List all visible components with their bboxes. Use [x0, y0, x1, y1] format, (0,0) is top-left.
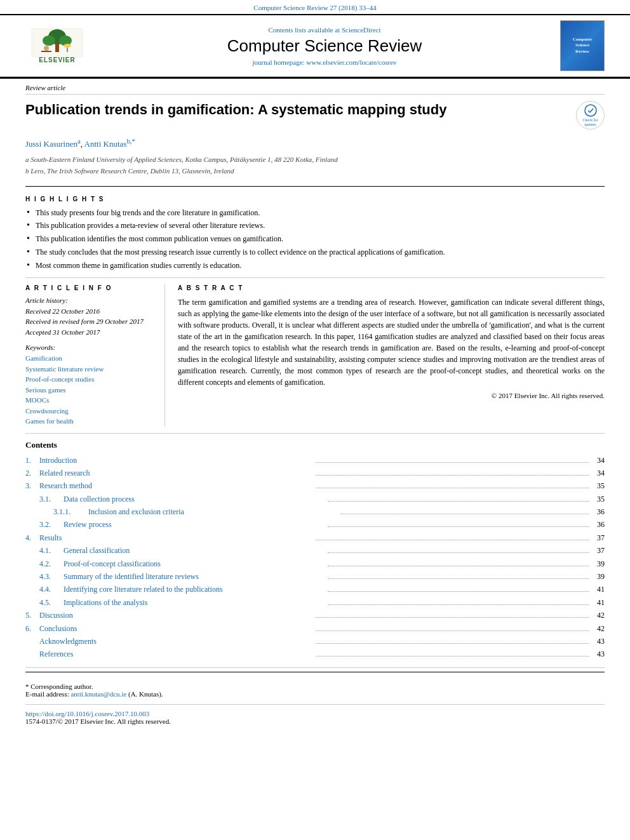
- toc-dots: [328, 578, 589, 579]
- highlights-label: H I G H L I G H T S: [25, 196, 605, 203]
- toc-label[interactable]: References: [39, 648, 313, 660]
- divider-2: [25, 672, 605, 672]
- toc-page: 39: [592, 570, 605, 583]
- toc-label[interactable]: Introduction: [39, 454, 313, 467]
- toc-dots: [316, 488, 589, 488]
- toc-label[interactable]: General classification: [64, 544, 325, 557]
- toc-dots: [340, 514, 590, 514]
- email-address[interactable]: antti.knutas@dcu.ie: [70, 690, 126, 698]
- toc-label[interactable]: Implications of the analysis: [64, 596, 325, 609]
- toc-page: 37: [592, 544, 605, 557]
- toc-label[interactable]: Results: [39, 531, 313, 544]
- svg-point-8: [64, 44, 71, 48]
- citation-text: Computer Science Review 27 (2018) 33–44: [253, 4, 376, 11]
- toc-page: 41: [592, 583, 605, 596]
- toc-dots: [328, 566, 589, 566]
- sciencedirect-link-text[interactable]: ScienceDirect: [342, 26, 381, 34]
- toc-label[interactable]: Conclusions: [39, 622, 313, 635]
- toc-num: 4.: [25, 531, 39, 544]
- toc-num: 1.: [25, 454, 39, 467]
- highlight-item: This publication provides a meta-review …: [25, 219, 605, 232]
- journal-header: ELSEVIER Contents lists available at Sci…: [0, 14, 630, 77]
- divider-1: [25, 186, 605, 187]
- journal-cover-image: Computer Science Review: [560, 20, 605, 71]
- toc-label[interactable]: Identifying core literature related to t…: [64, 583, 325, 596]
- svg-rect-4: [55, 43, 59, 52]
- toc-item-4: 4. Results 37: [25, 531, 605, 544]
- keywords-title: Keywords:: [25, 343, 155, 351]
- toc-page: 36: [592, 518, 605, 531]
- toc-num: 3.1.: [39, 493, 64, 505]
- toc-item-4-3: 4.3. Summary of the identified literatur…: [25, 570, 605, 583]
- keyword-4: Serious games: [25, 385, 155, 396]
- toc-item-6: 6. Conclusions 42: [25, 622, 605, 635]
- toc-label[interactable]: Review process: [64, 518, 325, 531]
- highlight-item: This study presents four big trends and …: [25, 206, 605, 220]
- toc-num: 3.: [25, 479, 39, 492]
- toc-item-4-4: 4.4. Identifying core literature related…: [25, 583, 605, 596]
- toc-num: 3.2.: [39, 518, 64, 531]
- sciencedirect-line: Contents lists available at ScienceDirec…: [89, 26, 560, 34]
- svg-point-5: [44, 46, 49, 51]
- highlight-item: The study concludes that the most pressi…: [25, 246, 605, 259]
- toc-page: 34: [592, 467, 605, 479]
- article-history: Article history: Received 22 October 201…: [25, 297, 155, 338]
- toc-item-ack: Acknowledgments 43: [25, 635, 605, 648]
- email-label: E-mail address:: [25, 690, 69, 698]
- toc-label[interactable]: Research method: [39, 479, 313, 492]
- toc-num: 2.: [25, 467, 39, 479]
- toc-label[interactable]: Related research: [39, 467, 313, 479]
- toc-item-3-2: 3.2. Review process 36: [25, 518, 605, 531]
- article-info-abstract-section: A R T I C L E I N F O Article history: R…: [25, 278, 605, 434]
- journal-homepage-line: journal homepage: www.elsevier.com/locat…: [89, 58, 560, 66]
- history-title: Article history:: [25, 297, 155, 304]
- toc-dots: [316, 475, 589, 476]
- contents-section: Contents 1. Introduction 34 2. Related r…: [25, 434, 605, 668]
- page-container: Computer Science Review 27 (2018) 33–44 …: [0, 0, 630, 730]
- toc-item-ref: References 43: [25, 648, 605, 660]
- doi-section: https://doi.org/10.1016/j.cosrev.2017.10…: [25, 705, 605, 730]
- toc-num: 4.3.: [39, 570, 64, 583]
- svg-text:ELSEVIER: ELSEVIER: [39, 57, 75, 63]
- article-title: Publication trends in gamification: A sy…: [25, 101, 570, 119]
- toc-label[interactable]: Discussion: [39, 609, 313, 622]
- toc-dots: [328, 552, 589, 553]
- toc-label[interactable]: Proof-of-concept classifications: [64, 557, 325, 570]
- abstract-text: The term gamification and gamified syste…: [178, 297, 605, 388]
- homepage-url[interactable]: www.elsevier.com/locate/cosrev: [306, 58, 396, 66]
- toc-item-5: 5. Discussion 42: [25, 609, 605, 622]
- toc-num: 3.1.1.: [53, 505, 88, 518]
- toc-num: 6.: [25, 622, 39, 635]
- toc-label[interactable]: Inclusion and exclusion criteria: [88, 505, 338, 518]
- email-suffix: (A. Knutas).: [128, 690, 163, 698]
- toc-label[interactable]: Data collection process: [64, 493, 325, 505]
- toc-page: 35: [592, 493, 605, 505]
- article-type-label: Review article: [25, 79, 605, 95]
- article-info-column: A R T I C L E I N F O Article history: R…: [25, 284, 165, 427]
- toc-page: 37: [592, 531, 605, 544]
- author2-name: Antti Knutas: [84, 139, 127, 149]
- footer-notes: * Corresponding author. E-mail address: …: [25, 676, 605, 705]
- cover-line-3: Review: [573, 49, 593, 55]
- issn-copyright: 1574-0137/© 2017 Elsevier Inc. All right…: [25, 717, 605, 725]
- doi-link[interactable]: https://doi.org/10.1016/j.cosrev.2017.10…: [25, 710, 605, 717]
- cover-line-1: Computer: [573, 37, 593, 43]
- affiliation-a: a South-Eastern Finland University of Ap…: [25, 154, 605, 166]
- toc-page: 42: [592, 609, 605, 622]
- highlight-item: This publication identifies the most com…: [25, 232, 605, 246]
- toc-num: 4.1.: [39, 544, 64, 557]
- toc-label[interactable]: Acknowledgments: [39, 635, 313, 648]
- toc-dots: [316, 540, 589, 540]
- toc-item-2: 2. Related research 34: [25, 467, 605, 479]
- copyright-line: © 2017 Elsevier Inc. All rights reserved…: [178, 392, 605, 399]
- toc-page: 43: [592, 635, 605, 648]
- highlights-list: This study presents four big trends and …: [25, 206, 605, 272]
- check-updates-icon: [584, 104, 597, 117]
- toc-item-4-5: 4.5. Implications of the analysis 41: [25, 596, 605, 609]
- main-content: Review article Publication trends in gam…: [0, 77, 630, 730]
- authors-line: Jussi Kasurinena, Antti Knutasb,*: [25, 135, 605, 152]
- toc-num: 4.2.: [39, 557, 64, 570]
- elsevier-logo-area: ELSEVIER: [25, 25, 89, 67]
- article-title-section: Publication trends in gamification: A sy…: [25, 95, 605, 135]
- toc-label[interactable]: Summary of the identified literature rev…: [64, 570, 325, 583]
